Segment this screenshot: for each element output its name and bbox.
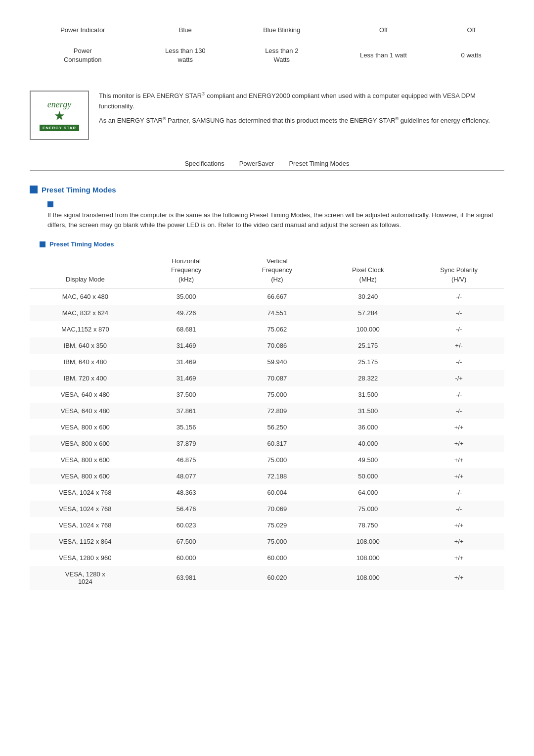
timing-table: Display Mode HorizontalFrequency(kHz) Ve… bbox=[30, 253, 504, 590]
section-header-preset: Preset Timing Modes bbox=[30, 186, 504, 194]
cell-h-freq: 37.861 bbox=[141, 403, 232, 419]
cell-h-freq: 37.500 bbox=[141, 386, 232, 403]
timing-row: IBM, 640 x 35031.46970.08625.175+/- bbox=[30, 337, 504, 354]
cell-h-freq: 37.879 bbox=[141, 435, 232, 452]
cell-v-freq: 72.188 bbox=[232, 468, 323, 484]
cell-display-mode: VESA, 1024 x 768 bbox=[30, 501, 141, 517]
timing-row: VESA, 1024 x 76860.02375.02978.750+/+ bbox=[30, 517, 504, 533]
th-v-freq: VerticalFrequency(Hz) bbox=[232, 253, 323, 288]
cell-pixel: 64.000 bbox=[322, 484, 413, 501]
power-consumption-v4: 0 watts bbox=[438, 41, 504, 70]
cell-v-freq: 75.000 bbox=[232, 452, 323, 468]
timing-row: VESA, 1024 x 76856.47670.06975.000-/- bbox=[30, 501, 504, 517]
cell-sync: -/- bbox=[413, 288, 504, 305]
timing-row: MAC,1152 x 87068.68175.062100.000-/- bbox=[30, 321, 504, 337]
cell-display-mode: IBM, 720 x 400 bbox=[30, 370, 141, 386]
power-indicator-off2: Off bbox=[438, 20, 504, 41]
preset-description: If the signal transferred from the compu… bbox=[47, 201, 504, 231]
energy-text-2: As an ENERGY STAR® Partner, SAMSUNG has … bbox=[99, 115, 504, 126]
section-icon-preset bbox=[30, 186, 38, 193]
power-indicator-row: Power Indicator Blue Blue Blinking Off O… bbox=[30, 20, 504, 41]
cell-pixel: 30.240 bbox=[322, 288, 413, 305]
cell-display-mode: VESA, 1024 x 768 bbox=[30, 484, 141, 501]
energy-text-1: This monitor is EPA ENERGY STAR® complia… bbox=[99, 91, 504, 112]
main-container: Power Indicator Blue Blue Blinking Off O… bbox=[0, 0, 534, 610]
cell-sync: +/+ bbox=[413, 533, 504, 550]
cell-pixel: 49.500 bbox=[322, 452, 413, 468]
cell-sync: -/- bbox=[413, 321, 504, 337]
cell-pixel: 36.000 bbox=[322, 419, 413, 435]
cell-display-mode: MAC, 640 x 480 bbox=[30, 288, 141, 305]
cell-pixel: 31.500 bbox=[322, 403, 413, 419]
cell-sync: +/+ bbox=[413, 435, 504, 452]
cell-pixel: 108.000 bbox=[322, 566, 413, 590]
cell-pixel: 75.000 bbox=[322, 501, 413, 517]
cell-v-freq: 70.069 bbox=[232, 501, 323, 517]
timing-table-header-row: Display Mode HorizontalFrequency(kHz) Ve… bbox=[30, 253, 504, 288]
cell-v-freq: 56.250 bbox=[232, 419, 323, 435]
cell-h-freq: 48.363 bbox=[141, 484, 232, 501]
cell-v-freq: 60.317 bbox=[232, 435, 323, 452]
cell-h-freq: 48.077 bbox=[141, 468, 232, 484]
cell-pixel: 28.322 bbox=[322, 370, 413, 386]
cell-v-freq: 59.940 bbox=[232, 354, 323, 370]
energy-logo-top: energy bbox=[47, 99, 71, 110]
subsection-icon-2 bbox=[40, 241, 45, 247]
power-indicator-blinking: Blue Blinking bbox=[235, 20, 329, 41]
cell-sync: +/+ bbox=[413, 419, 504, 435]
tab-preset-timing-modes[interactable]: Preset Timing Modes bbox=[289, 160, 349, 167]
cell-pixel: 108.000 bbox=[322, 550, 413, 566]
timing-row: VESA, 1280 x 96060.00060.000108.000+/+ bbox=[30, 550, 504, 566]
power-consumption-row: PowerConsumption Less than 130watts Less… bbox=[30, 41, 504, 70]
cell-v-freq: 75.000 bbox=[232, 533, 323, 550]
timing-row: IBM, 720 x 40031.46970.08728.322-/+ bbox=[30, 370, 504, 386]
cell-display-mode: VESA, 1152 x 864 bbox=[30, 533, 141, 550]
timing-row: VESA, 1280 x102463.98160.020108.000+/+ bbox=[30, 566, 504, 590]
cell-h-freq: 68.681 bbox=[141, 321, 232, 337]
cell-pixel: 108.000 bbox=[322, 533, 413, 550]
cell-display-mode: VESA, 640 x 480 bbox=[30, 403, 141, 419]
cell-pixel: 25.175 bbox=[322, 337, 413, 354]
timing-row: VESA, 800 x 60035.15656.25036.000+/+ bbox=[30, 419, 504, 435]
subsection-icon bbox=[47, 201, 53, 207]
energy-logo-star-icon: ★ bbox=[54, 110, 64, 123]
cell-sync: +/+ bbox=[413, 517, 504, 533]
timing-row: IBM, 640 x 48031.46959.94025.175-/- bbox=[30, 354, 504, 370]
cell-pixel: 50.000 bbox=[322, 468, 413, 484]
cell-display-mode: VESA, 1024 x 768 bbox=[30, 517, 141, 533]
cell-sync: -/- bbox=[413, 501, 504, 517]
cell-pixel: 78.750 bbox=[322, 517, 413, 533]
preset-description-text: If the signal transferred from the compu… bbox=[47, 210, 504, 231]
timing-row: VESA, 640 x 48037.86172.80931.500-/- bbox=[30, 403, 504, 419]
cell-v-freq: 70.086 bbox=[232, 337, 323, 354]
energy-star-text: This monitor is EPA ENERGY STAR® complia… bbox=[99, 91, 504, 127]
cell-display-mode: VESA, 1280 x1024 bbox=[30, 566, 141, 590]
cell-display-mode: VESA, 800 x 600 bbox=[30, 452, 141, 468]
cell-sync: +/+ bbox=[413, 566, 504, 590]
cell-h-freq: 67.500 bbox=[141, 533, 232, 550]
section-title-preset: Preset Timing Modes bbox=[42, 186, 116, 194]
cell-v-freq: 60.000 bbox=[232, 550, 323, 566]
cell-h-freq: 56.476 bbox=[141, 501, 232, 517]
tab-specifications[interactable]: Specifications bbox=[184, 160, 224, 167]
subsection-header-preset: Preset Timing Modes bbox=[40, 240, 504, 248]
cell-h-freq: 31.469 bbox=[141, 354, 232, 370]
cell-sync: -/+ bbox=[413, 370, 504, 386]
power-consumption-v2: Less than 2Watts bbox=[235, 41, 329, 70]
power-consumption-v1: Less than 130watts bbox=[136, 41, 235, 70]
timing-row: VESA, 1024 x 76848.36360.00464.000-/- bbox=[30, 484, 504, 501]
cell-display-mode: VESA, 1280 x 960 bbox=[30, 550, 141, 566]
cell-sync: -/- bbox=[413, 354, 504, 370]
power-consumption-v3: Less than 1 watt bbox=[329, 41, 439, 70]
cell-h-freq: 60.000 bbox=[141, 550, 232, 566]
timing-row: VESA, 800 x 60037.87960.31740.000+/+ bbox=[30, 435, 504, 452]
cell-pixel: 100.000 bbox=[322, 321, 413, 337]
cell-v-freq: 60.004 bbox=[232, 484, 323, 501]
nav-tabs: Specifications PowerSaver Preset Timing … bbox=[30, 160, 504, 171]
timing-row: MAC, 832 x 62449.72674.55157.284-/- bbox=[30, 305, 504, 321]
power-table: Power Indicator Blue Blue Blinking Off O… bbox=[30, 20, 504, 71]
tab-powersaver[interactable]: PowerSaver bbox=[239, 160, 274, 167]
cell-display-mode: VESA, 800 x 600 bbox=[30, 435, 141, 452]
power-consumption-label: PowerConsumption bbox=[30, 41, 136, 70]
cell-v-freq: 75.029 bbox=[232, 517, 323, 533]
